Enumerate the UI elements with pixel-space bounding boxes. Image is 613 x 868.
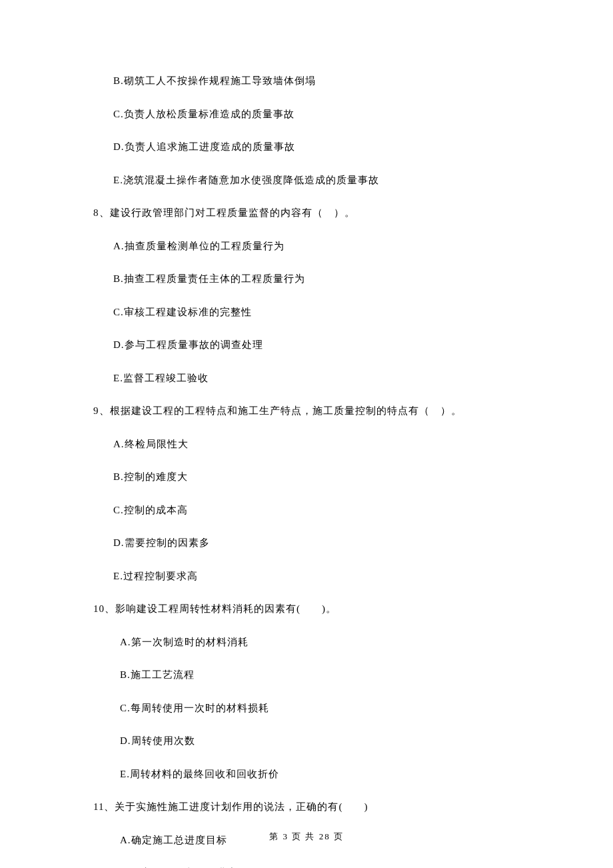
option-c: C.控制的成本高 xyxy=(113,503,546,518)
option-b: B.控制的难度大 xyxy=(113,469,546,485)
option-c: C.每周转使用一次时的材料损耗 xyxy=(120,701,546,716)
page-footer: 第 3 页 共 28 页 xyxy=(0,831,613,843)
option-e: E.过程控制要求高 xyxy=(113,569,546,584)
option-d: D.需要控制的因素多 xyxy=(113,535,546,551)
document-page: B.砌筑工人不按操作规程施工导致墙体倒塌 C.负责人放松质量标准造成的质量事故 … xyxy=(0,0,613,868)
option-c: C.负责人放松质量标准造成的质量事故 xyxy=(113,107,546,122)
option-e: E.监督工程竣工验收 xyxy=(113,371,546,386)
question-10: 10、影响建设工程周转性材料消耗的因素有( )。 xyxy=(93,601,546,617)
option-d: D.周转使用次数 xyxy=(120,733,546,749)
option-b: B.确定里程碑事件的进度目标 xyxy=(120,865,546,868)
option-d: D.负责人追求施工进度造成的质量事故 xyxy=(113,139,546,155)
option-a: A.抽查质量检测单位的工程质量行为 xyxy=(113,239,546,254)
option-b: B.抽查工程质量责任主体的工程质量行为 xyxy=(113,271,546,287)
option-e: E.浇筑混凝土操作者随意加水使强度降低造成的质量事故 xyxy=(113,173,546,188)
question-8: 8、建设行政管理部门对工程质量监督的内容有（ ）。 xyxy=(93,205,546,221)
option-b: B.砌筑工人不按操作规程施工导致墙体倒塌 xyxy=(113,73,546,89)
question-9: 9、根据建设工程的工程特点和施工生产特点，施工质量控制的特点有（ ）。 xyxy=(93,403,546,419)
option-c: C.审核工程建设标准的完整性 xyxy=(113,305,546,320)
option-a: A.终检局限性大 xyxy=(113,437,546,452)
question-11: 11、关于实施性施工进度计划作用的说法，正确的有( ) xyxy=(93,799,546,815)
option-b: B.施工工艺流程 xyxy=(120,667,546,683)
option-e: E.周转材料的最终回收和回收折价 xyxy=(120,767,546,782)
option-a: A.第一次制造时的材料消耗 xyxy=(120,635,546,650)
option-d: D.参与工程质量事故的调查处理 xyxy=(113,337,546,353)
